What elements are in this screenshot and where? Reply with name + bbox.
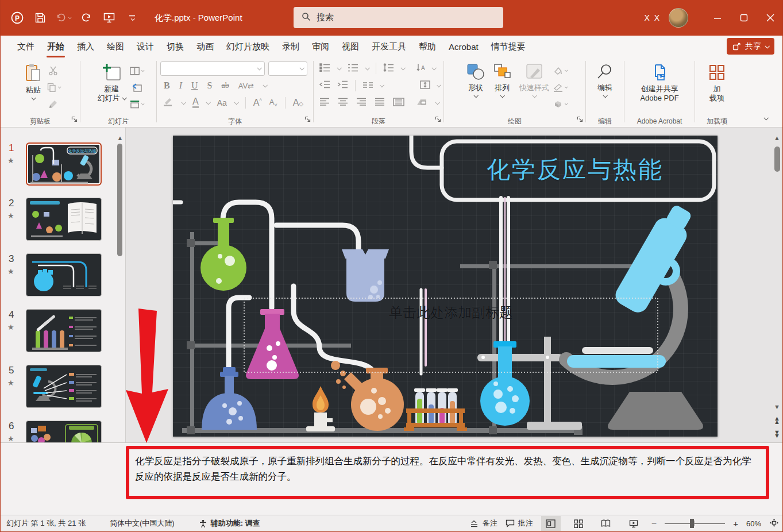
- tab-slideshow[interactable]: 幻灯片放映: [220, 36, 276, 57]
- reading-view-button[interactable]: [596, 516, 616, 531]
- shape-outline-icon[interactable]: [553, 81, 567, 94]
- notes-toggle[interactable]: 备注: [470, 518, 497, 529]
- shapes-button[interactable]: 形状: [462, 60, 489, 99]
- thumbnail-image[interactable]: [26, 309, 102, 352]
- user-name[interactable]: X X: [644, 13, 661, 22]
- slide-sorter-view-button[interactable]: [569, 516, 588, 531]
- distribute-icon[interactable]: [393, 98, 404, 109]
- addins-button[interactable]: 加 载项: [704, 60, 730, 105]
- customize-quick-access-icon[interactable]: [125, 10, 140, 25]
- increase-indent-icon[interactable]: [337, 80, 348, 91]
- copy-icon[interactable]: [47, 81, 60, 94]
- canvas-scrollbar[interactable]: ▲ ▼ ▲▲ ▼▼: [773, 128, 782, 442]
- clipboard-dialog-launcher[interactable]: [71, 114, 78, 125]
- search-input[interactable]: 搜索: [294, 7, 503, 28]
- smartart-convert-icon[interactable]: [416, 98, 427, 109]
- font-name-combo[interactable]: [160, 61, 265, 76]
- close-button[interactable]: [757, 0, 783, 36]
- maximize-button[interactable]: [731, 0, 757, 36]
- text-direction-icon[interactable]: A: [416, 63, 425, 74]
- tab-design[interactable]: 设计: [130, 36, 160, 57]
- share-button[interactable]: 共享: [727, 38, 774, 55]
- tab-acrobat[interactable]: Acrobat: [442, 36, 485, 57]
- grow-font-button[interactable]: A^: [253, 98, 262, 108]
- slide-editor[interactable]: 化学反应与热能 单击此处添加副标题: [173, 136, 718, 437]
- drawing-dialog-launcher[interactable]: [577, 114, 583, 125]
- zoom-level[interactable]: 60%: [746, 519, 761, 528]
- next-slide-icon[interactable]: ▼▼: [774, 430, 780, 437]
- text-shadow-button[interactable]: S: [207, 80, 213, 91]
- paragraph-dialog-launcher[interactable]: [435, 114, 441, 125]
- format-painter-icon[interactable]: [47, 98, 60, 110]
- tab-developer[interactable]: 开发工具: [365, 36, 412, 57]
- shrink-font-button[interactable]: A˅: [269, 98, 277, 108]
- previous-slide-icon[interactable]: ▲▲: [774, 417, 780, 423]
- thumbnail-image[interactable]: [26, 253, 102, 296]
- language-indicator[interactable]: 简体中文(中国大陆): [110, 518, 175, 529]
- user-avatar[interactable]: [669, 8, 688, 28]
- tab-animations[interactable]: 动画: [190, 36, 220, 57]
- tab-transitions[interactable]: 切换: [160, 36, 190, 57]
- zoom-out-button[interactable]: −: [651, 518, 657, 529]
- reset-slide-icon[interactable]: [130, 81, 144, 94]
- tab-insert[interactable]: 插入: [71, 36, 101, 57]
- bold-button[interactable]: B: [164, 80, 170, 91]
- normal-view-button[interactable]: [541, 516, 561, 531]
- scroll-thumb[interactable]: [774, 147, 780, 172]
- align-left-icon[interactable]: [319, 98, 330, 108]
- thumbnail-scrollbar[interactable]: ▲ ▼: [117, 134, 124, 256]
- font-color-button[interactable]: A: [192, 98, 199, 107]
- highlight-color-button[interactable]: [163, 97, 174, 109]
- underline-button[interactable]: U: [191, 80, 198, 91]
- clear-formatting-button[interactable]: A◇: [293, 98, 303, 108]
- strikethrough-button[interactable]: ab: [221, 81, 229, 90]
- tab-review[interactable]: 审阅: [306, 36, 335, 57]
- zoom-slider-thumb[interactable]: [690, 519, 694, 528]
- tab-file[interactable]: 文件: [11, 36, 41, 57]
- zoom-slider[interactable]: [665, 523, 725, 524]
- thumbnail-slide-4[interactable]: 4 ★: [1, 309, 115, 355]
- bullets-icon[interactable]: [319, 63, 330, 74]
- slideshow-view-button[interactable]: [624, 516, 643, 531]
- section-icon[interactable]: [130, 98, 144, 110]
- tab-view[interactable]: 视图: [335, 36, 365, 57]
- align-center-icon[interactable]: [338, 98, 348, 108]
- tab-home[interactable]: 开始: [41, 36, 71, 57]
- shape-effects-icon[interactable]: [553, 98, 567, 110]
- fit-slide-to-window-button[interactable]: [769, 518, 779, 529]
- zoom-in-button[interactable]: +: [733, 519, 738, 529]
- subtitle-placeholder-text[interactable]: 单击此处添加副标题: [244, 303, 658, 322]
- tab-help[interactable]: 帮助: [412, 36, 442, 57]
- paste-button[interactable]: 粘贴: [20, 60, 47, 101]
- save-icon[interactable]: [33, 10, 48, 25]
- minimize-button[interactable]: [704, 0, 731, 36]
- tab-draw[interactable]: 绘图: [101, 36, 130, 57]
- change-case-button[interactable]: Aa: [217, 98, 227, 107]
- create-pdf-button[interactable]: 创建并共享 Adobe PDF: [636, 60, 682, 105]
- italic-button[interactable]: I: [179, 80, 182, 91]
- thumbnail-slide-1[interactable]: 1 ★ 化学反应与热能: [1, 142, 115, 188]
- tab-storyboard[interactable]: 情节提要: [485, 36, 532, 57]
- slide-title[interactable]: 化学反应与热能: [449, 154, 701, 186]
- editing-button[interactable]: 编辑: [592, 60, 618, 99]
- start-slideshow-icon[interactable]: [102, 10, 117, 25]
- align-right-icon[interactable]: [356, 98, 367, 108]
- thumb-scroll-thumb[interactable]: [117, 144, 122, 256]
- thumbnail-image[interactable]: [26, 365, 102, 408]
- align-text-icon[interactable]: [420, 80, 430, 91]
- cut-icon[interactable]: [47, 64, 60, 77]
- thumbnail-slide-5[interactable]: 5 ★: [1, 365, 115, 411]
- font-dialog-launcher[interactable]: [304, 114, 311, 125]
- redo-icon[interactable]: [79, 10, 94, 25]
- collapse-ribbon-icon[interactable]: [764, 112, 767, 122]
- thumbnail-image[interactable]: 化学反应与热能: [26, 142, 102, 186]
- notes-pane[interactable]: 化学反应是指分子破裂成原子，原子重新排列组合生成新分子的过程。在反应中常伴有发光…: [1, 442, 783, 515]
- decrease-indent-icon[interactable]: [319, 80, 330, 91]
- shape-fill-icon[interactable]: [553, 64, 567, 77]
- tab-record[interactable]: 录制: [276, 36, 306, 57]
- thumbnail-slide-3[interactable]: 3 ★: [1, 253, 115, 299]
- font-size-combo[interactable]: [268, 61, 307, 76]
- thumbnail-image[interactable]: [26, 198, 102, 241]
- quick-styles-button[interactable]: 快速样式: [515, 60, 553, 99]
- scroll-up-icon[interactable]: ▲: [774, 134, 780, 141]
